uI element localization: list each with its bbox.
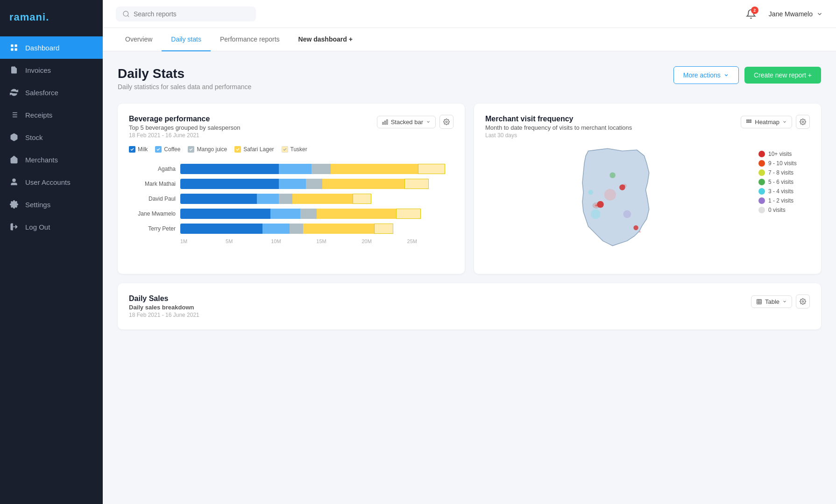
svg-point-25 — [802, 121, 804, 123]
svg-rect-0 — [11, 44, 13, 47]
heatmap-chart-settings-button[interactable] — [796, 115, 810, 129]
svg-rect-2 — [11, 49, 13, 51]
beverage-chart-controls: Stacked bar — [377, 115, 453, 129]
svg-point-31 — [623, 210, 631, 218]
search-icon — [122, 10, 130, 18]
svg-rect-24 — [750, 121, 751, 122]
svg-rect-21 — [750, 119, 751, 120]
bar-segment-coffee — [279, 164, 312, 174]
create-report-button[interactable]: Create new report + — [744, 67, 821, 84]
daily-sales-type-selector[interactable]: Table — [751, 295, 792, 308]
svg-rect-22 — [747, 121, 748, 122]
page-title-section: Daily Stats Daily statistics for sales d… — [118, 66, 251, 91]
page-subtitle: Daily statistics for sales data and perf… — [118, 83, 251, 91]
tabs-bar: Overview Daily stats Performance reports… — [103, 28, 836, 51]
svg-point-33 — [619, 184, 625, 190]
sidebar-label-user-accounts: User Accounts — [25, 178, 71, 186]
more-actions-button[interactable]: More actions — [673, 66, 739, 84]
gear-icon — [443, 119, 450, 125]
sidebar-item-merchants[interactable]: Merchants — [0, 148, 103, 171]
legend-checkbox-milk — [129, 146, 135, 153]
daily-sales-card: Daily Sales Daily sales breakdown 18 Feb… — [118, 283, 821, 329]
svg-point-36 — [588, 190, 593, 195]
grid-icon — [9, 43, 19, 52]
search-input[interactable] — [134, 10, 236, 18]
legend-milk: Milk — [129, 146, 148, 153]
user-menu[interactable]: Jane Mwamelo — [769, 10, 823, 18]
heatmap-map — [485, 146, 749, 263]
svg-rect-1 — [15, 44, 17, 47]
svg-point-34 — [633, 225, 638, 230]
sidebar-item-invoices[interactable]: Invoices — [0, 59, 103, 81]
beverage-chart-legend: Milk Coffee Mango juice — [129, 146, 453, 153]
bar-row-agatha: Agatha — [129, 164, 453, 174]
user-icon — [9, 177, 19, 187]
beverage-chart-type-selector[interactable]: Stacked bar — [377, 116, 436, 128]
legend-mango-juice: Mango juice — [188, 146, 227, 153]
legend-safari-lager: Safari Lager — [234, 146, 274, 153]
sidebar-item-user-accounts[interactable]: User Accounts — [0, 171, 103, 193]
chevron-down-icon — [723, 72, 729, 78]
building-icon — [9, 155, 19, 164]
beverage-chart-info: Beverage performance Top 5 beverages gro… — [129, 115, 241, 139]
sidebar-item-stock[interactable]: Stock — [0, 126, 103, 148]
sidebar-item-logout[interactable]: Log Out — [0, 216, 103, 238]
file-text-icon — [9, 65, 19, 75]
beverage-chart-header: Beverage performance Top 5 beverages gro… — [129, 115, 453, 139]
heatmap-icon — [746, 119, 752, 125]
search-box[interactable] — [116, 7, 256, 21]
sidebar-label-stock: Stock — [25, 133, 43, 141]
beverage-chart-date: 18 Feb 2021 - 16 June 2021 — [129, 132, 241, 139]
sidebar-item-salesforce[interactable]: Salesforce — [0, 81, 103, 104]
notification-badge: 2 — [751, 7, 758, 14]
app-logo: ramani. — [0, 0, 103, 36]
beverage-chart-card: Beverage performance Top 5 beverages gro… — [118, 104, 465, 274]
bar-segment-milk — [180, 164, 279, 174]
legend-checkbox-tusker — [282, 146, 288, 153]
tab-new-dashboard[interactable]: New dashboard + — [289, 28, 362, 51]
legend-10plus: 10+ visits — [758, 151, 810, 157]
page-actions: More actions Create new report + — [673, 66, 821, 84]
daily-sales-settings-button[interactable] — [796, 294, 810, 308]
notification-button[interactable]: 2 — [743, 6, 759, 22]
svg-rect-3 — [15, 49, 17, 51]
legend-coffee: Coffee — [155, 146, 180, 153]
svg-point-18 — [446, 121, 447, 123]
sidebar-item-receipts[interactable]: Receipts — [0, 104, 103, 126]
heatmap-legend: 10+ visits 9 - 10 visits 7 - 8 visits — [758, 146, 810, 213]
beverage-chart-settings-button[interactable] — [439, 115, 453, 129]
bar-segment-mango — [312, 164, 331, 174]
legend-7-8: 7 - 8 visits — [758, 169, 810, 176]
tab-daily-stats[interactable]: Daily stats — [162, 28, 211, 51]
tab-performance-reports[interactable]: Performance reports — [211, 28, 289, 51]
heatmap-chart-type-selector[interactable]: Heatmap — [741, 116, 792, 128]
daily-sales-info: Daily Sales Daily sales breakdown 18 Feb… — [129, 294, 199, 318]
sidebar: ramani. Dashboard Invoices Salesforce — [0, 0, 103, 504]
sidebar-label-receipts: Receipts — [25, 111, 52, 119]
svg-point-35 — [609, 172, 616, 178]
sidebar-label-invoices: Invoices — [25, 66, 51, 74]
beverage-chart-title: Beverage performance — [129, 115, 241, 123]
heatmap-chart-card: Merchant visit frequency Month to date f… — [474, 104, 821, 274]
svg-point-13 — [123, 11, 128, 16]
gear-icon — [800, 298, 806, 305]
topbar: 2 Jane Mwamelo — [103, 0, 836, 28]
box-icon — [9, 133, 19, 142]
heatmap-chart-controls: Heatmap — [741, 115, 810, 129]
svg-rect-19 — [747, 119, 748, 120]
refresh-icon — [9, 88, 19, 97]
logout-icon — [9, 222, 19, 231]
sidebar-item-dashboard[interactable]: Dashboard — [0, 36, 103, 59]
daily-sales-subtitle: Daily sales breakdown — [129, 304, 199, 311]
svg-rect-37 — [757, 299, 762, 304]
sidebar-item-settings[interactable]: Settings — [0, 193, 103, 216]
svg-rect-16 — [384, 121, 385, 124]
heatmap-chart-info: Merchant visit frequency Month to date f… — [485, 115, 632, 139]
legend-tusker: Tusker — [282, 146, 307, 153]
daily-sales-title: Daily Sales — [129, 294, 199, 303]
legend-5-6: 5 - 6 visits — [758, 179, 810, 185]
heatmap-chart-title: Merchant visit frequency — [485, 115, 632, 123]
tab-overview[interactable]: Overview — [116, 28, 162, 51]
page-title: Daily Stats — [118, 66, 251, 81]
legend-0: 0 visits — [758, 207, 810, 213]
